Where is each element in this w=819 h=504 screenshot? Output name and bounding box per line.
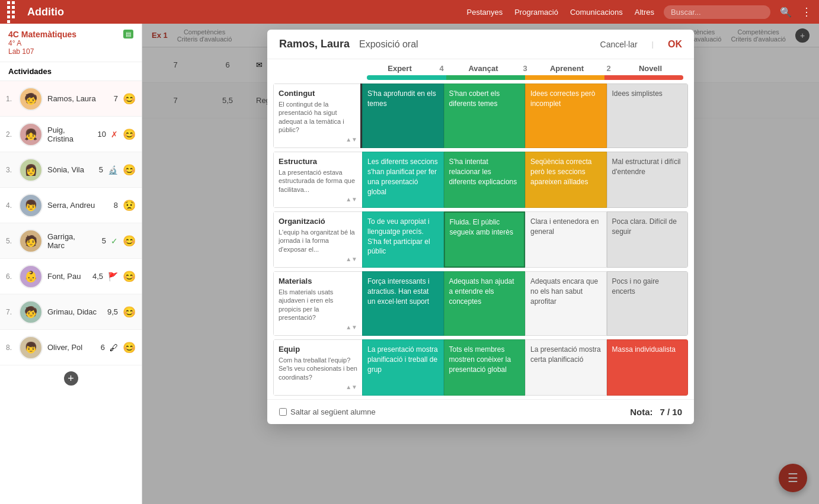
student-score: 10 [92,130,106,139]
cell-aprenent-selected[interactable]: Seqüència correcta però les seccions apa… [525,152,607,208]
avatar: 👩 [19,158,43,182]
nota-label: Nota: [630,407,652,417]
cell-expert[interactable]: S'ha aprofundit en els temes [362,84,444,148]
avatar: 🧒 [19,87,43,111]
rubric-modal: Ramos, Laura Exposició oral Cancel·lar |… [267,30,694,424]
nav-pestanyes[interactable]: Pestanyes [466,8,503,17]
criteria-desc: La presentació estava estructurada de fo… [279,168,357,194]
lab-icon: 🔬 [108,165,118,175]
criteria-equip: Equip Com ha treballat l'equip? Se'ls ve… [273,339,362,396]
table-row[interactable]: 7. 🧒 Grimau, Didac 9,5 😊 [0,294,142,330]
rubric-row-contingut: Contingut El contingut de la presentació… [273,84,688,148]
smiley-icon: 😊 [123,235,136,248]
top-nav: Additio Pestanyes Programació Comunicaci… [0,0,819,24]
cell-avanzat[interactable]: S'han cobert els diferents temes [444,84,526,148]
student-name: Garriga, Marc [47,232,87,250]
search-icon[interactable]: 🔍 [780,7,792,18]
student-num: 3. [6,166,14,174]
app-grid-icon[interactable] [7,1,18,23]
avatar: 👦 [19,194,43,217]
student-num: 2. [6,130,14,139]
criteria-desc: Com ha treballat l'equip? Se'ls veu cohe… [279,356,357,381]
cell-novell[interactable]: Idees simplistes [607,84,689,148]
cell-novell-selected[interactable]: Massa individualista [607,339,689,396]
table-row[interactable]: 1. 🧒 Ramos, Laura 7 😊 [0,81,142,117]
cell-novell[interactable]: Pocs i no gaire encerts [607,271,689,336]
app-title: Additio [27,6,64,18]
student-num: 6. [6,272,14,281]
cell-aprenent[interactable]: La presentació mostra certa planificació [525,339,607,396]
class-name: 4C Matemàtiques [8,30,76,39]
criteria-materials: Materials Els materials usats ajudaven i… [273,271,362,336]
next-student-label[interactable]: Saltar al següent alumne [279,407,376,416]
rubric-table: Expert 4 Avançat 3 Aprenent 2 Novell [267,59,694,399]
modal-overlay: Ramos, Laura Exposició oral Cancel·lar |… [142,24,819,504]
modal-footer: Saltar al següent alumne Nota: 7 / 10 [267,399,694,424]
table-row[interactable]: 3. 👩 Sònia, Vila 5 🔬 😊 [0,152,142,188]
criteria-estructura: Estructura La presentació estava estruct… [273,152,362,208]
next-student-checkbox[interactable] [279,408,287,416]
smiley-icon: 😊 [123,341,136,354]
student-score: 8 [104,201,118,210]
avatar: 👶 [19,265,43,288]
smiley-icon: 😊 [123,92,136,105]
next-student-text: Saltar al següent alumne [290,407,376,416]
cell-novell[interactable]: Mal estructurat i difícil d'entendre [607,152,689,208]
criteria-desc: El contingut de la presentació ha sigut … [279,100,357,134]
col-avanzat-num: 3 [516,64,534,73]
student-list: 1. 🧒 Ramos, Laura 7 😊 2. 👧 Puig, Cristin… [0,81,142,504]
check-icon: ✓ [111,236,118,246]
class-grade: 4° A [8,39,76,47]
student-score: 5 [89,165,103,174]
col-aprenent: Aprenent [534,64,600,73]
cell-novell[interactable]: Poca clara. Difícil de seguir [607,211,689,268]
more-icon[interactable]: ⋮ [801,5,812,18]
cell-expert[interactable]: La presentació mostra planificació i tre… [362,339,444,396]
main-layout: 4C Matemàtiques 4° A Lab 107 ▤ Actividad… [0,24,819,504]
modal-header: Ramos, Laura Exposició oral Cancel·lar |… [267,30,694,59]
student-name: Sònia, Vila [47,165,84,174]
search-input[interactable] [664,5,770,19]
student-name: Puig, Cristina [47,126,87,143]
flag-icon: 🚩 [108,272,118,281]
table-row[interactable]: 5. 🧑 Garriga, Marc 5 ✓ 😊 [0,223,142,259]
criteria-title: Organització [279,217,357,226]
avatar: 🧑 [19,229,43,253]
nav-links: Pestanyes Programació Comunicacions Altr… [466,8,654,17]
cell-aprenent[interactable]: Adequats encara que no els han sabut apr… [525,271,607,336]
add-student-button[interactable]: + [0,365,142,391]
smiley-icon: 😊 [123,306,136,319]
student-num: 4. [6,201,14,210]
smiley-icon: 😟 [123,199,136,212]
criteria-organitzacio: Organització L'equip ha organitzat bé la… [273,211,362,268]
cell-expert-selected[interactable]: Força interessants i atractius. Han esta… [362,271,444,336]
cancel-button[interactable]: Cancel·lar [600,40,638,49]
table-row[interactable]: 6. 👶 Font, Pau 4,5 🚩 😊 [0,259,142,294]
student-name: Serra, Andreu [47,201,99,210]
cell-aprenent[interactable]: Idees correctes però incomplet [525,84,607,148]
col-aprenent-num: 2 [600,64,618,73]
nav-altres[interactable]: Altres [635,8,654,17]
nav-comunicacions[interactable]: Comunicacions [570,8,623,17]
student-name: Ramos, Laura [47,94,99,103]
cell-avanzat[interactable]: S'ha intentat relacionar les diferents e… [444,152,526,208]
nota-value: 7 / 10 [660,407,682,417]
col-expert-num: 4 [433,64,450,73]
ok-button[interactable]: OK [668,39,682,50]
nav-programacio[interactable]: Programació [514,8,558,17]
pen-icon: 🖋 [110,343,118,352]
table-row[interactable]: 2. 👧 Puig, Cristina 10 ✗ 😊 [0,117,142,152]
smiley-icon: 😊 [123,128,136,141]
table-row[interactable]: 8. 👦 Oliver, Pol 6 🖋 😊 [0,330,142,365]
cell-avanzat[interactable]: Adequats han ajudat a entendre els conce… [444,271,526,336]
cell-expert[interactable]: Les diferents seccions s'han planificat … [362,152,444,208]
cell-avanzat[interactable]: Tots els membres mostren conèixer la pre… [444,339,526,396]
cell-expert[interactable]: To de veu apropiat i llenguatge precís. … [362,211,444,268]
criteria-title: Materials [279,277,357,285]
cell-avanzat-selected[interactable]: Fluida. El públic segueix amb interès [444,211,526,268]
smiley-icon: 😊 [123,163,136,176]
table-row[interactable]: 4. 👦 Serra, Andreu 8 😟 [0,188,142,223]
criteria-title: Equip [279,345,357,354]
cell-aprenent[interactable]: Clara i entenedora en general [525,211,607,268]
student-num: 7. [6,308,14,316]
